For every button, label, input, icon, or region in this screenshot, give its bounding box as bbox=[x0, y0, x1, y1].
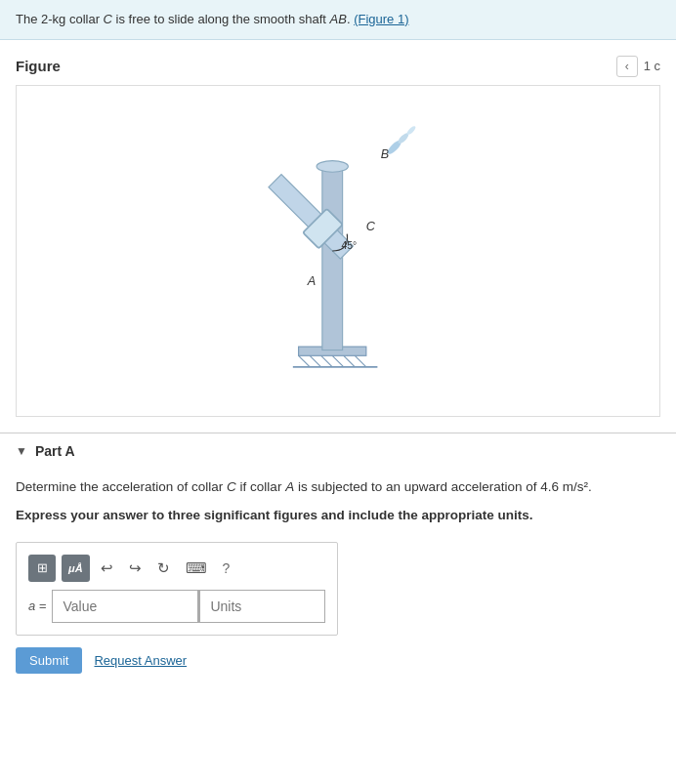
mu-button[interactable]: μÅ bbox=[62, 555, 90, 582]
redo-button[interactable]: ↪ bbox=[124, 555, 147, 582]
svg-point-9 bbox=[317, 160, 348, 172]
problem-text-2: Express your answer to three significant… bbox=[16, 505, 660, 526]
mu-icon: μÅ bbox=[68, 562, 83, 574]
input-row: a = bbox=[28, 590, 325, 623]
figure-canvas: A B C 45° bbox=[16, 85, 660, 417]
svg-line-1 bbox=[299, 355, 311, 367]
figure-link[interactable]: (Figure 1) bbox=[354, 12, 408, 26]
redo-icon: ↪ bbox=[129, 559, 142, 577]
part-a-label: Part A bbox=[35, 443, 75, 459]
svg-line-4 bbox=[332, 355, 344, 367]
figure-section: Figure ‹ 1 c A bbox=[0, 40, 676, 417]
svg-line-2 bbox=[310, 355, 321, 367]
units-input[interactable] bbox=[198, 590, 325, 623]
collapse-arrow: ▼ bbox=[16, 444, 27, 458]
refresh-icon: ↻ bbox=[157, 559, 170, 577]
info-bar: The 2-kg collar C is free to slide along… bbox=[0, 0, 676, 40]
svg-text:45°: 45° bbox=[341, 239, 357, 250]
svg-point-18 bbox=[405, 124, 416, 135]
part-a-header[interactable]: ▼ Part A bbox=[16, 433, 660, 469]
input-label: a = bbox=[28, 598, 46, 613]
figure-header: Figure ‹ 1 c bbox=[16, 56, 660, 77]
diagram-svg: A B C 45° bbox=[211, 104, 465, 397]
figure-title: Figure bbox=[16, 58, 61, 74]
svg-line-3 bbox=[321, 355, 333, 367]
matrix-icon: ⊞ bbox=[37, 560, 48, 575]
figure-nav-label: 1 c bbox=[644, 59, 660, 73]
help-button[interactable]: ? bbox=[218, 555, 235, 582]
matrix-button[interactable]: ⊞ bbox=[28, 555, 56, 582]
svg-line-5 bbox=[344, 355, 356, 367]
part-a-section: ▼ Part A Determine the acceleration of c… bbox=[0, 433, 676, 689]
svg-line-6 bbox=[355, 355, 366, 367]
answer-box: ⊞ μÅ ↩ ↪ ↻ ⌨ ? bbox=[16, 542, 338, 636]
keyboard-icon: ⌨ bbox=[186, 559, 207, 577]
svg-text:C: C bbox=[366, 220, 376, 233]
svg-text:A: A bbox=[307, 273, 316, 287]
figure-nav: ‹ 1 c bbox=[616, 56, 660, 77]
part-a-content: Determine the acceleration of collar C i… bbox=[16, 469, 660, 674]
problem-text-1: Determine the acceleration of collar C i… bbox=[16, 476, 660, 498]
value-input[interactable] bbox=[52, 590, 198, 623]
toolbar: ⊞ μÅ ↩ ↪ ↻ ⌨ ? bbox=[28, 555, 325, 582]
undo-button[interactable]: ↩ bbox=[96, 555, 118, 582]
action-row: Submit Request Answer bbox=[16, 647, 660, 674]
keyboard-button[interactable]: ⌨ bbox=[181, 555, 212, 582]
submit-button[interactable]: Submit bbox=[16, 647, 82, 674]
undo-icon: ↩ bbox=[101, 559, 113, 577]
prev-arrow[interactable]: ‹ bbox=[616, 56, 638, 77]
help-icon: ? bbox=[223, 560, 231, 576]
info-text: The 2-kg collar C is free to slide along… bbox=[16, 12, 409, 26]
request-answer-link[interactable]: Request Answer bbox=[94, 653, 187, 668]
refresh-button[interactable]: ↻ bbox=[152, 555, 175, 582]
